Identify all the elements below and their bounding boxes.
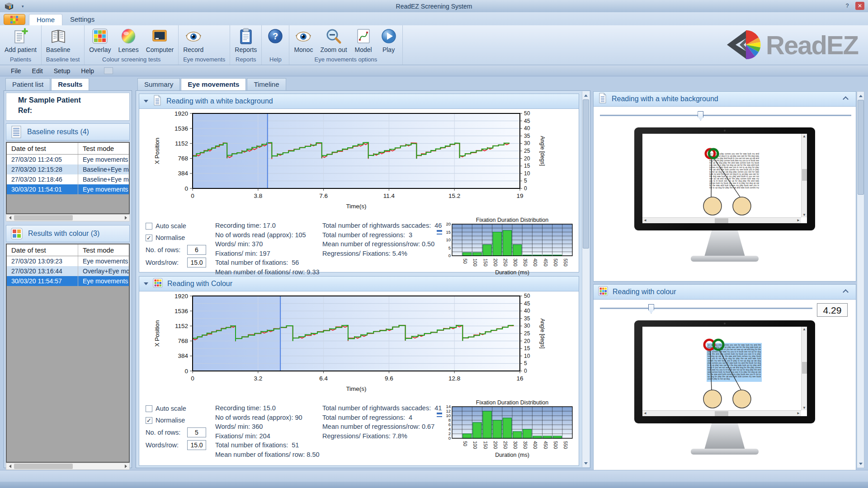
rows-input[interactable] [187,427,206,437]
colour-section-header[interactable]: Reading with Colour [139,277,579,291]
column-header-date[interactable]: Date of test [7,143,78,154]
tab-summary[interactable]: Summary [137,78,180,90]
ribbon-button-computer[interactable]: Computer [146,27,174,53]
scroll-down-arrow[interactable]: ▼ [802,406,806,410]
scroll-up-arrow[interactable] [582,92,590,99]
gaze-time-slider[interactable]: 4.29 [598,303,851,314]
words-per-row-input[interactable] [187,258,206,267]
menu-item-file[interactable]: File [5,67,27,75]
collapse-triangle-icon[interactable] [144,100,148,103]
normalise-checkbox[interactable]: ✓ [146,235,152,241]
gaze-time-slider[interactable] [598,110,851,121]
svg-text:1920: 1920 [175,110,188,117]
ribbon-button-play[interactable]: Play [380,27,398,53]
ribbon-button-monoc[interactable]: Monoc [294,27,313,53]
white-simulation-header[interactable]: Reading with a white background [594,92,856,107]
scroll-down-arrow[interactable] [857,460,864,467]
slider-track[interactable] [600,115,851,116]
scroll-right-arrow[interactable]: ► [797,411,800,415]
scroll-thumb[interactable] [14,215,73,221]
center-vertical-scrollbar[interactable] [582,91,590,467]
screen-hscrollbar[interactable]: ◄► [642,217,801,223]
stat-line: No of words read (approx): 105 [215,230,320,240]
ribbon-tab-home[interactable]: Home [29,14,62,25]
titlebar-help-button[interactable]: ? [843,2,852,10]
scroll-thumb[interactable] [583,99,589,249]
colour-results-header[interactable]: Results with colour (3) [6,225,130,242]
table-row[interactable]: 27/03/20 12:15:28Baseline+Eye mov [7,164,129,174]
auto-scale-checkbox[interactable] [146,223,152,230]
column-header-mode[interactable]: Test mode [78,143,129,154]
tab-patient-list[interactable]: Patient list [5,78,50,90]
scroll-right-arrow[interactable] [122,463,129,469]
scroll-thumb[interactable] [715,411,728,416]
ribbon-button-model[interactable]: Model [354,27,373,53]
scroll-down-arrow[interactable] [582,460,590,467]
scroll-right-arrow[interactable] [122,215,129,221]
chevron-up-icon[interactable] [843,96,849,102]
ribbon-button-zoom-out[interactable]: Zoom out [320,27,347,53]
tab-results[interactable]: Results [51,78,89,90]
auto-scale-checkbox[interactable] [146,405,152,412]
menu-item-edit[interactable]: Edit [27,67,48,75]
scroll-down-arrow[interactable]: ▼ [802,213,806,217]
scroll-right-arrow[interactable]: ► [797,218,800,222]
ribbon-button-reports[interactable]: Reports [235,27,257,53]
chevron-up-icon[interactable] [843,289,849,295]
svg-text:550: 550 [563,441,568,449]
ribbon-button-add-patient[interactable]: Add patient [5,27,37,53]
scroll-thumb[interactable] [802,362,807,374]
histogram-legend-icon[interactable] [437,413,442,417]
scroll-thumb[interactable] [14,464,73,469]
app-menu-button[interactable] [4,14,25,25]
ribbon-button-help[interactable]: ? [266,27,284,46]
slider-thumb[interactable] [698,111,703,121]
patient-name: Mr Sample Patient [18,96,118,104]
menu-item-help[interactable]: Help [75,67,99,75]
collapse-triangle-icon[interactable] [144,282,148,285]
histogram-bar [463,253,472,256]
baseline-results-header[interactable]: Baseline results (4) [6,123,130,141]
scroll-left-arrow[interactable]: ◄ [643,218,647,222]
table-row[interactable]: 30/03/20 11:54:01Eye movements [7,184,129,194]
scroll-thumb[interactable] [802,169,807,181]
baseline-table-hscrollbar[interactable] [6,214,130,221]
histogram-legend-icon[interactable] [437,230,442,235]
rows-input[interactable] [187,245,206,255]
scroll-left-arrow[interactable] [6,463,14,469]
ribbon-tab-settings[interactable]: Settings [62,14,102,25]
tab-eye-movements[interactable]: Eye movements [181,78,246,90]
column-header-mode[interactable]: Test mode [78,244,129,256]
close-button[interactable]: ✕ [855,2,864,10]
slider-track[interactable] [600,308,812,309]
normalise-checkbox[interactable]: ✓ [146,417,152,424]
table-row[interactable]: 27/03/20 12:18:46Baseline+Eye mov [7,174,129,184]
ribbon-button-baseline[interactable]: Baseline [46,27,71,53]
table-row[interactable]: 27/03/20 11:24:05Eye movements [7,155,129,164]
slider-thumb[interactable] [648,304,654,314]
screen-hscrollbar[interactable]: ◄► [642,410,801,416]
scroll-up-arrow[interactable] [857,92,864,99]
words-per-row-input[interactable] [187,440,206,450]
colour-simulation-header[interactable]: Reading with colour [594,285,856,300]
scroll-up-arrow[interactable]: ▲ [802,327,806,331]
screen-vscrollbar[interactable]: ▲▼ [801,327,807,410]
ribbon-button-overlay[interactable]: Overlay [89,27,111,53]
scroll-thumb[interactable] [715,218,728,223]
ribbon-button-lenses[interactable]: Lenses [118,27,139,53]
scroll-left-arrow[interactable] [6,215,14,221]
table-row[interactable]: 27/03/20 13:16:44Overlay+Eye mov [7,266,129,276]
right-vertical-scrollbar[interactable] [857,91,864,468]
table-row[interactable]: 30/03/20 11:54:57Eye movements c [7,276,129,286]
menu-item-setup[interactable]: Setup [48,67,76,75]
scroll-up-arrow[interactable]: ▲ [802,134,806,138]
tab-timeline[interactable]: Timeline [247,78,286,90]
white-background-section-header[interactable]: Reading with a white background [139,94,579,109]
column-header-date[interactable]: Date of test [7,244,78,256]
scroll-thumb[interactable] [858,100,864,195]
colour-table-hscrollbar[interactable] [6,463,130,470]
scroll-left-arrow[interactable]: ◄ [643,411,647,415]
screen-vscrollbar[interactable]: ▲▼ [801,134,807,217]
table-row[interactable]: 27/03/20 13:09:23Eye movements c [7,256,129,266]
ribbon-button-record[interactable]: Record [183,27,203,53]
